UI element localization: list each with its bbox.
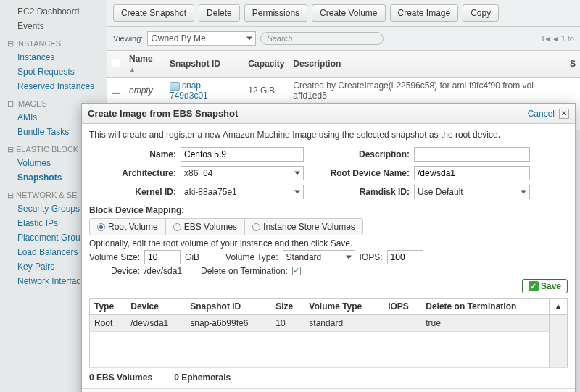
column-capacity[interactable]: Capacity bbox=[244, 51, 289, 78]
bdm-table: Type Device Snapshot ID Size Volume Type… bbox=[89, 298, 568, 368]
bdm-col-type: Type bbox=[90, 299, 127, 315]
bdm-scroll-up-icon[interactable]: ▲ bbox=[550, 299, 568, 315]
snapshot-icon bbox=[170, 82, 180, 91]
pager-first-icon[interactable]: I◀ bbox=[541, 34, 550, 43]
sidebar-group-instances[interactable]: INSTANCES bbox=[4, 33, 107, 50]
ramdisk-id-select[interactable]: Use Default bbox=[414, 185, 530, 199]
pager-prev-icon[interactable]: ◀ bbox=[553, 34, 558, 43]
dialog-titlebar: Create Image from EBS Snapshot Cancel ✕ bbox=[82, 104, 575, 124]
bdm-scrollbar[interactable] bbox=[550, 315, 568, 368]
column-snapshot-id[interactable]: Snapshot ID bbox=[165, 51, 244, 78]
pager: I◀ ◀ 1 to bbox=[541, 34, 574, 43]
volume-size-unit: GiB bbox=[185, 252, 199, 262]
bdm-tabbar: Root Volume EBS Volumes Instance Store V… bbox=[89, 218, 363, 235]
block-device-mapping-label: Block Device Mapping: bbox=[89, 205, 568, 215]
save-button[interactable]: ✓ Save bbox=[522, 279, 568, 293]
cell-snapshot-id[interactable]: snap-749d3c01 bbox=[165, 78, 244, 104]
bdm-cell-volume-type: standard bbox=[304, 315, 384, 332]
volume-edit-row: Volume Size: GiB Volume Type: Standard I… bbox=[89, 250, 568, 264]
form-grid: Name: Description: Architecture: x86_64 … bbox=[89, 147, 568, 199]
cell-description: Created by CreateImage(i-22596c58) for a… bbox=[289, 78, 566, 104]
column-description[interactable]: Description bbox=[289, 51, 566, 78]
viewing-label: Viewing: bbox=[113, 34, 143, 43]
description-label: Description: bbox=[308, 149, 410, 159]
ramdisk-id-label: Ramdisk ID: bbox=[308, 187, 410, 197]
volume-size-input[interactable] bbox=[144, 250, 181, 264]
column-checkbox[interactable] bbox=[107, 51, 125, 78]
copy-button[interactable]: Copy bbox=[463, 4, 499, 22]
column-status[interactable]: S bbox=[566, 51, 580, 78]
tab-instance-store-volumes[interactable]: Instance Store Volumes bbox=[245, 219, 362, 235]
create-image-button[interactable]: Create Image bbox=[390, 4, 459, 22]
summary-ebs-volumes: 0 EBS Volumes bbox=[89, 372, 152, 383]
search-input[interactable]: Search bbox=[260, 32, 384, 45]
bdm-col-iops: IOPS bbox=[384, 299, 421, 315]
cell-name: empty bbox=[125, 78, 165, 104]
bdm-row[interactable]: Root /dev/sda1 snap-a6b99fe6 10 standard… bbox=[90, 315, 568, 332]
check-icon: ✓ bbox=[529, 281, 539, 291]
bdm-cell-iops bbox=[384, 315, 421, 332]
sidebar-item-events[interactable]: Events bbox=[4, 19, 107, 33]
bdm-col-volume-type: Volume Type bbox=[304, 299, 384, 315]
delete-on-termination-checkbox[interactable] bbox=[292, 267, 301, 275]
sidebar-item-reserved-instances[interactable]: Reserved Instances bbox=[4, 79, 107, 93]
cell-capacity: 12 GiB bbox=[244, 78, 289, 104]
bdm-col-device: Device bbox=[126, 299, 186, 315]
bdm-cell-dot: true bbox=[421, 315, 549, 332]
delete-on-termination-label: Delete on Termination: bbox=[201, 266, 288, 276]
bdm-cell-snapshot-id: snap-a6b99fe6 bbox=[186, 315, 271, 332]
bdm-col-delete-on-termination: Delete on Termination bbox=[421, 299, 549, 315]
toolbar: Create Snapshot Delete Permissions Creat… bbox=[107, 0, 580, 27]
name-label: Name: bbox=[89, 149, 176, 159]
name-input[interactable] bbox=[181, 147, 304, 162]
close-icon[interactable]: ✕ bbox=[559, 109, 569, 119]
delete-button[interactable]: Delete bbox=[199, 4, 240, 22]
bdm-col-size: Size bbox=[271, 299, 304, 315]
viewing-filter-select[interactable]: Owned By Me bbox=[147, 31, 256, 46]
row-checkbox[interactable] bbox=[112, 86, 120, 94]
iops-label: IOPS: bbox=[360, 252, 383, 262]
pager-text: 1 to bbox=[561, 34, 574, 43]
dialog-body: This will create and register a new Amaz… bbox=[82, 124, 575, 388]
sidebar-item-instances[interactable]: Instances bbox=[4, 50, 107, 64]
device-label: Device: bbox=[111, 266, 140, 276]
create-image-dialog: Create Image from EBS Snapshot Cancel ✕ … bbox=[81, 103, 576, 392]
tab-root-volume[interactable]: Root Volume bbox=[90, 219, 166, 235]
architecture-select[interactable]: x86_64 bbox=[181, 166, 304, 180]
volume-size-label: Volume Size: bbox=[89, 252, 140, 262]
tab-ebs-volumes[interactable]: EBS Volumes bbox=[166, 219, 245, 235]
create-volume-button[interactable]: Create Volume bbox=[312, 4, 385, 22]
radio-icon bbox=[173, 223, 181, 231]
bdm-col-snapshot-id: Snapshot ID bbox=[186, 299, 271, 315]
volume-type-select[interactable]: Standard bbox=[283, 250, 355, 264]
bdm-cell-device: /dev/sda1 bbox=[126, 315, 186, 332]
summary-ephemerals: 0 Ephemerals bbox=[174, 372, 231, 383]
radio-icon bbox=[252, 223, 260, 231]
bdm-summary: 0 EBS Volumes 0 Ephemerals bbox=[89, 372, 568, 383]
bdm-cell-type: Root bbox=[90, 315, 127, 332]
sidebar-item-spot-requests[interactable]: Spot Requests bbox=[4, 64, 107, 79]
dialog-title: Create Image from EBS Snapshot bbox=[88, 108, 238, 119]
iops-input[interactable] bbox=[387, 250, 423, 264]
create-snapshot-button[interactable]: Create Snapshot bbox=[113, 4, 194, 22]
permissions-button[interactable]: Permissions bbox=[244, 4, 307, 22]
dialog-footer: Cancel Yes, Create bbox=[82, 388, 575, 392]
architecture-label: Architecture: bbox=[89, 168, 176, 178]
description-input[interactable] bbox=[414, 147, 530, 162]
root-device-name-label: Root Device Name: bbox=[308, 168, 410, 178]
sidebar-item-dashboard[interactable]: EC2 Dashboard bbox=[4, 4, 107, 19]
kernel-id-select[interactable]: aki-88aa75e1 bbox=[181, 185, 304, 199]
radio-icon bbox=[97, 223, 105, 231]
dialog-intro-text: This will create and register a new Amaz… bbox=[89, 130, 568, 140]
kernel-id-label: Kernel ID: bbox=[89, 187, 176, 197]
optional-text: Optionally, edit the root volume of your… bbox=[89, 238, 568, 249]
device-value: /dev/sda1 bbox=[144, 266, 182, 276]
dialog-cancel-link[interactable]: Cancel bbox=[528, 109, 555, 119]
root-device-name-input[interactable] bbox=[414, 166, 530, 180]
column-name[interactable]: Name ▲ bbox=[125, 51, 165, 78]
bdm-cell-size: 10 bbox=[271, 315, 304, 332]
table-row[interactable]: empty snap-749d3c01 12 GiB Created by Cr… bbox=[107, 78, 580, 104]
viewing-row: Viewing: Owned By Me Search I◀ ◀ 1 to bbox=[107, 27, 580, 50]
volume-type-label: Volume Type: bbox=[225, 252, 278, 262]
